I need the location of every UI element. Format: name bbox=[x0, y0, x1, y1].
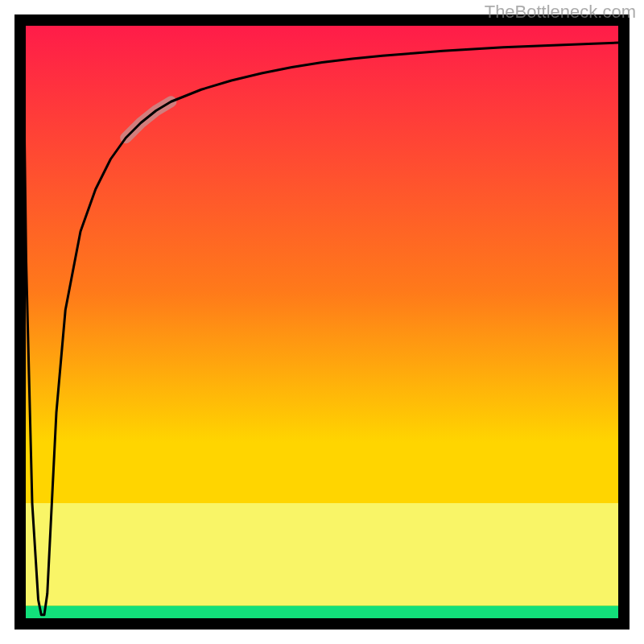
chart-container: TheBottleneck.com bbox=[0, 0, 644, 644]
bottleneck-chart bbox=[0, 0, 644, 644]
plot-pale-band bbox=[20, 503, 624, 606]
